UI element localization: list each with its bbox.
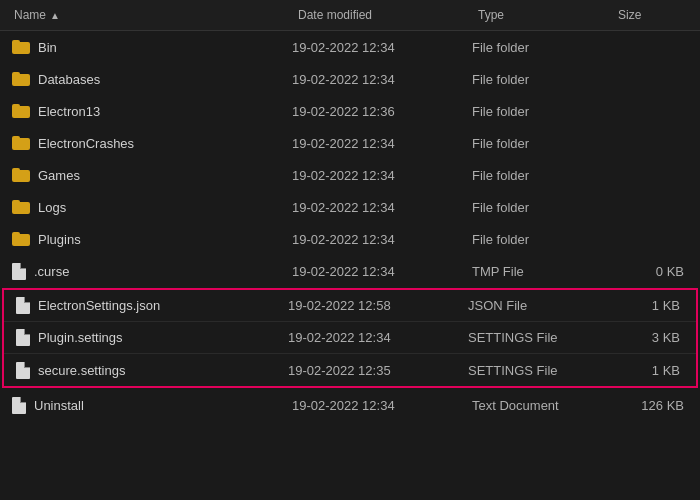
file-date: 19-02-2022 12:36: [292, 104, 472, 119]
file-name: .curse: [34, 264, 69, 279]
header-type-label: Type: [478, 8, 504, 22]
file-type: File folder: [472, 40, 612, 55]
header-date-label: Date modified: [298, 8, 372, 22]
file-type: Text Document: [472, 398, 612, 413]
folder-icon: [12, 168, 30, 182]
file-size: 0 KB: [612, 264, 692, 279]
table-row[interactable]: Plugin.settings 19-02-2022 12:34 SETTING…: [4, 322, 696, 354]
folder-icon: [12, 104, 30, 118]
file-type: SETTINGS File: [468, 330, 608, 345]
file-date: 19-02-2022 12:58: [288, 298, 468, 313]
folder-icon: [12, 200, 30, 214]
file-date: 19-02-2022 12:34: [292, 398, 472, 413]
file-name: Games: [38, 168, 80, 183]
file-name-cell: Plugin.settings: [12, 329, 288, 346]
file-type: TMP File: [472, 264, 612, 279]
file-name-cell: ElectronSettings.json: [12, 297, 288, 314]
table-row[interactable]: Plugins 19-02-2022 12:34 File folder: [0, 223, 700, 255]
file-icon: [12, 263, 26, 280]
header-date[interactable]: Date modified: [292, 4, 472, 26]
table-row[interactable]: .curse 19-02-2022 12:34 TMP File 0 KB: [0, 255, 700, 287]
table-row[interactable]: ElectronCrashes 19-02-2022 12:34 File fo…: [0, 127, 700, 159]
table-row[interactable]: Logs 19-02-2022 12:34 File folder: [0, 191, 700, 223]
file-name: Plugin.settings: [38, 330, 123, 345]
file-name: Logs: [38, 200, 66, 215]
folder-icon: [12, 232, 30, 246]
file-size: 1 KB: [608, 363, 688, 378]
file-name-cell: secure.settings: [12, 362, 288, 379]
file-icon: [16, 362, 30, 379]
file-name-cell: Plugins: [8, 232, 292, 247]
file-icon: [12, 397, 26, 414]
table-row[interactable]: Databases 19-02-2022 12:34 File folder: [0, 63, 700, 95]
file-size: 3 KB: [608, 330, 688, 345]
file-type: File folder: [472, 72, 612, 87]
file-name-cell: Bin: [8, 40, 292, 55]
table-row[interactable]: ElectronSettings.json 19-02-2022 12:58 J…: [4, 290, 696, 322]
header-type[interactable]: Type: [472, 4, 612, 26]
table-row[interactable]: Uninstall 19-02-2022 12:34 Text Document…: [0, 389, 700, 421]
header-name-label: Name: [14, 8, 46, 22]
file-name-cell: Databases: [8, 72, 292, 87]
file-name: Uninstall: [34, 398, 84, 413]
file-icon: [16, 297, 30, 314]
file-name: ElectronSettings.json: [38, 298, 160, 313]
file-date: 19-02-2022 12:35: [288, 363, 468, 378]
table-body: Bin 19-02-2022 12:34 File folder Databas…: [0, 31, 700, 500]
file-type: SETTINGS File: [468, 363, 608, 378]
file-size: 126 KB: [612, 398, 692, 413]
file-date: 19-02-2022 12:34: [292, 232, 472, 247]
file-date: 19-02-2022 12:34: [292, 200, 472, 215]
table-row[interactable]: Games 19-02-2022 12:34 File folder: [0, 159, 700, 191]
file-explorer: Name ▲ Date modified Type Size Bin 19-02…: [0, 0, 700, 500]
table-header: Name ▲ Date modified Type Size: [0, 0, 700, 31]
folder-icon: [12, 40, 30, 54]
file-name-cell: Logs: [8, 200, 292, 215]
file-name: Electron13: [38, 104, 100, 119]
header-size[interactable]: Size: [612, 4, 692, 26]
highlighted-selection: ElectronSettings.json 19-02-2022 12:58 J…: [2, 288, 698, 388]
sort-arrow-icon: ▲: [50, 10, 60, 21]
file-date: 19-02-2022 12:34: [292, 136, 472, 151]
file-name-cell: Uninstall: [8, 397, 292, 414]
file-name-cell: Electron13: [8, 104, 292, 119]
file-name: Bin: [38, 40, 57, 55]
file-type: File folder: [472, 232, 612, 247]
table-row[interactable]: Bin 19-02-2022 12:34 File folder: [0, 31, 700, 63]
file-name: Plugins: [38, 232, 81, 247]
file-name: Databases: [38, 72, 100, 87]
file-date: 19-02-2022 12:34: [292, 72, 472, 87]
file-icon: [16, 329, 30, 346]
file-size: 1 KB: [608, 298, 688, 313]
file-date: 19-02-2022 12:34: [292, 264, 472, 279]
file-type: File folder: [472, 136, 612, 151]
file-type: File folder: [472, 104, 612, 119]
folder-icon: [12, 72, 30, 86]
file-type: File folder: [472, 200, 612, 215]
file-date: 19-02-2022 12:34: [292, 40, 472, 55]
file-date: 19-02-2022 12:34: [292, 168, 472, 183]
table-row[interactable]: Electron13 19-02-2022 12:36 File folder: [0, 95, 700, 127]
file-name-cell: .curse: [8, 263, 292, 280]
file-type: JSON File: [468, 298, 608, 313]
file-type: File folder: [472, 168, 612, 183]
header-name[interactable]: Name ▲: [8, 4, 292, 26]
table-row[interactable]: secure.settings 19-02-2022 12:35 SETTING…: [4, 354, 696, 386]
folder-icon: [12, 136, 30, 150]
file-name-cell: ElectronCrashes: [8, 136, 292, 151]
file-name-cell: Games: [8, 168, 292, 183]
header-size-label: Size: [618, 8, 641, 22]
file-date: 19-02-2022 12:34: [288, 330, 468, 345]
file-name: ElectronCrashes: [38, 136, 134, 151]
file-name: secure.settings: [38, 363, 125, 378]
